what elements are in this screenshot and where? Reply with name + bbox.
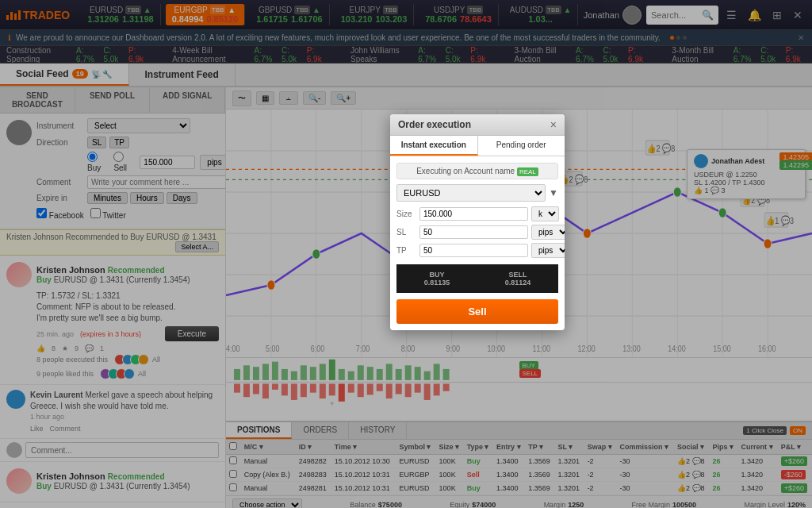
sl-label: SL: [396, 228, 416, 237]
modal-header: Order execution ×: [390, 114, 565, 136]
modal-close-button[interactable]: ×: [550, 119, 557, 130]
tp-label: TP: [396, 246, 416, 255]
sl-input[interactable]: [419, 225, 528, 239]
buy-price-value: 0.81135: [400, 279, 474, 287]
size-input[interactable]: [419, 207, 528, 221]
size-label: Size: [396, 210, 416, 218]
order-modal: Order execution × Instant execution Pend…: [390, 114, 565, 330]
tp-input[interactable]: [419, 244, 528, 257]
real-badge: REAL: [517, 167, 538, 176]
modal-symbol-row: EURUSD ▼: [396, 184, 558, 202]
buy-label: BUY: [400, 271, 474, 279]
sell-button[interactable]: Sell: [396, 299, 558, 324]
dropdown-arrow-icon: ▼: [549, 187, 558, 198]
sell-label-price: SELL: [481, 271, 555, 279]
size-unit-select[interactable]: k: [531, 206, 559, 221]
modal-symbol-select[interactable]: EURUSD: [396, 184, 546, 202]
pending-order-tab[interactable]: Pending order: [478, 136, 565, 156]
modal-body: Executing on Account name REAL EURUSD ▼ …: [390, 156, 565, 330]
sl-unit-select[interactable]: pips: [531, 225, 565, 240]
sell-price-value: 0.81124: [481, 279, 555, 287]
modal-size-row: Size k: [396, 206, 558, 221]
instant-execution-tab[interactable]: Instant execution: [390, 136, 478, 156]
modal-tabs: Instant execution Pending order: [390, 136, 565, 156]
tp-unit-select[interactable]: pips: [531, 243, 565, 258]
modal-sell-price: SELL 0.81124: [477, 264, 558, 293]
modal-title: Order execution: [398, 119, 471, 130]
modal-sl-row: SL pips: [396, 225, 558, 240]
modal-overlay[interactable]: Order execution × Instant execution Pend…: [0, 0, 812, 508]
modal-account-row: Executing on Account name REAL: [396, 163, 558, 179]
modal-price-row: BUY 0.81135 SELL 0.81124: [396, 264, 558, 293]
modal-tp-row: TP pips: [396, 243, 558, 258]
modal-buy-price: BUY 0.81135: [396, 264, 477, 293]
account-text: Executing on Account name: [416, 167, 515, 175]
